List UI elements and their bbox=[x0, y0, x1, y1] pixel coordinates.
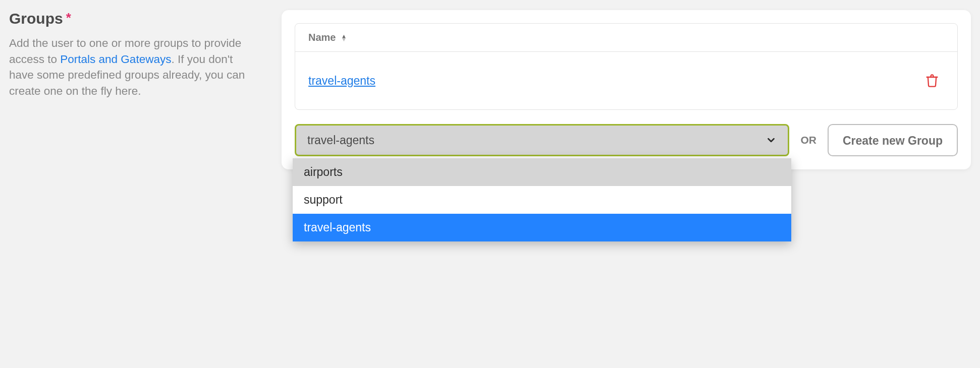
section-title: Groups * bbox=[9, 10, 251, 27]
portals-gateways-link[interactable]: Portals and Gateways bbox=[60, 53, 171, 66]
create-new-group-button[interactable]: Create new Group bbox=[828, 124, 958, 156]
group-select[interactable]: travel-agents bbox=[295, 124, 789, 156]
section-title-text: Groups bbox=[9, 10, 63, 27]
or-label: OR bbox=[800, 134, 816, 146]
chevron-down-icon bbox=[766, 135, 777, 146]
dropdown-option-airports[interactable]: airports bbox=[293, 158, 791, 186]
column-name[interactable]: Name bbox=[308, 32, 336, 43]
group-link[interactable]: travel-agents bbox=[308, 74, 375, 88]
select-value: travel-agents bbox=[307, 134, 374, 147]
groups-table: Name ▲▼ travel-agents bbox=[295, 23, 958, 110]
table-row: travel-agents bbox=[295, 52, 957, 109]
group-dropdown: airports support travel-agents bbox=[293, 158, 791, 241]
sort-icon[interactable]: ▲▼ bbox=[341, 35, 347, 41]
table-header: Name ▲▼ bbox=[295, 24, 957, 52]
trash-icon[interactable] bbox=[925, 73, 939, 88]
dropdown-option-travel-agents[interactable]: travel-agents bbox=[293, 214, 791, 241]
required-asterisk: * bbox=[66, 11, 71, 24]
dropdown-option-support[interactable]: support bbox=[293, 186, 791, 214]
groups-card: Name ▲▼ travel-agents bbox=[282, 10, 971, 169]
section-description: Add the user to one or more groups to pr… bbox=[9, 35, 251, 99]
